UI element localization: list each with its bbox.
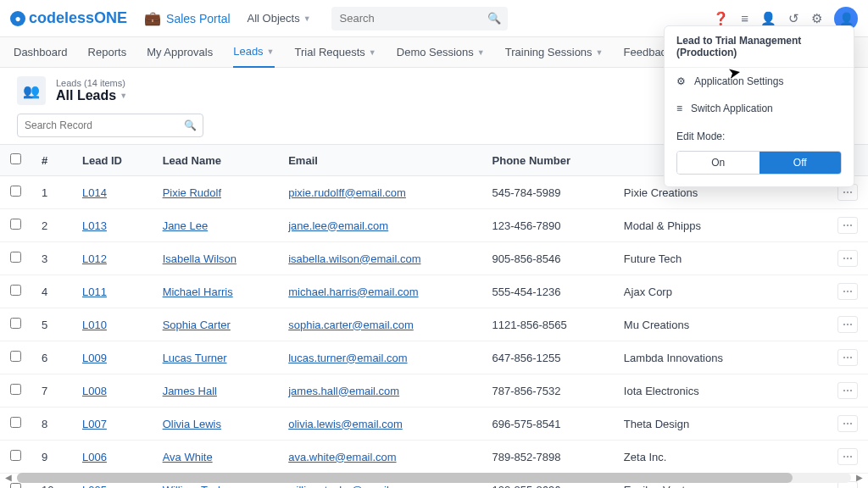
gear-icon[interactable]: ⚙ [811, 11, 822, 26]
gear-icon: ⚙ [676, 75, 686, 87]
scroll-right-icon[interactable]: ▶ [856, 473, 863, 482]
select-all-header[interactable] [0, 145, 31, 176]
list-icon: ≡ [676, 103, 682, 114]
lead-id-link[interactable]: L005 [82, 484, 107, 489]
lead-id-link[interactable]: L008 [82, 385, 107, 397]
database-icon[interactable]: ≡ [741, 11, 748, 25]
company-cell: Theta Design [614, 408, 773, 441]
edit-mode-toggle[interactable]: On Off [676, 151, 842, 175]
lead-id-link[interactable]: L006 [82, 451, 107, 463]
row-menu-button[interactable]: ⋯ [837, 217, 858, 234]
lead-email-link[interactable]: james.hall@email.com [288, 385, 399, 397]
toggle-on[interactable]: On [677, 152, 760, 174]
switch-application-item[interactable]: ≡ Switch Application [665, 95, 854, 122]
lead-name-link[interactable]: Pixie Rudolf [163, 186, 221, 199]
lead-email-link[interactable]: william.taylor@email.com [288, 484, 413, 489]
lead-name-link[interactable]: Olivia Lewis [163, 418, 221, 430]
row-menu-button[interactable]: ⋯ [837, 415, 858, 432]
tab-trial-requests[interactable]: Trial Requests▼ [295, 37, 376, 68]
row-checkbox[interactable] [10, 318, 21, 329]
row-menu-button[interactable]: ⋯ [837, 283, 858, 300]
row-menu-button[interactable]: ⋯ [837, 349, 858, 366]
lead-email-link[interactable]: sophia.carter@email.com [288, 319, 414, 331]
row-checkbox[interactable] [10, 186, 21, 197]
horizontal-scrollbar[interactable]: ◀ ▶ [17, 473, 851, 483]
lead-id-link[interactable]: L009 [82, 352, 107, 364]
lead-id-link[interactable]: L011 [82, 286, 107, 298]
lead-name-link[interactable]: James Hall [163, 385, 217, 397]
toggle-off[interactable]: Off [760, 152, 842, 174]
row-menu-button[interactable]: ⋯ [837, 448, 858, 465]
row-checkbox[interactable] [10, 450, 21, 461]
row-checkbox[interactable] [10, 351, 21, 362]
table-row: 7L008James Halljames.hall@email.com787-8… [0, 374, 868, 408]
user-add-icon[interactable]: 👤 [760, 11, 776, 26]
select-all-checkbox[interactable] [10, 153, 21, 164]
company-cell: Future Tech [614, 242, 773, 275]
lead-id-link[interactable]: L012 [82, 252, 107, 265]
lead-id-link[interactable]: L013 [82, 219, 107, 232]
row-menu-button[interactable]: ⋯ [837, 316, 858, 333]
help-icon[interactable]: ❓ [713, 11, 729, 26]
view-selector[interactable]: All Leads ▼ [56, 88, 127, 103]
scroll-left-icon[interactable]: ◀ [5, 473, 12, 482]
application-settings-item[interactable]: ⚙ Application Settings [665, 68, 854, 95]
lead-name-link[interactable]: Lucas Turner [163, 352, 227, 364]
row-checkbox[interactable] [10, 384, 21, 395]
row-menu-button[interactable]: ⋯ [837, 382, 858, 399]
table-row: 8L007Olivia Lewisolivia.lewis@email.com6… [0, 408, 868, 441]
lead-id-link[interactable]: L010 [82, 319, 107, 331]
lead-email-link[interactable]: lucas.turner@email.com [288, 352, 407, 364]
row-number: 7 [31, 374, 72, 408]
lead-email-link[interactable]: isabella.wilson@email.com [288, 252, 420, 265]
column-header[interactable]: Email [278, 145, 481, 176]
phone-cell: 1121-856-8565 [482, 308, 614, 341]
lead-email-link[interactable]: ava.white@email.com [288, 451, 396, 463]
row-checkbox[interactable] [10, 219, 21, 230]
tab-leads[interactable]: Leads▼ [233, 37, 274, 68]
caret-down-icon: ▼ [120, 92, 127, 100]
record-search-input[interactable] [17, 114, 203, 137]
column-header[interactable]: Lead ID [72, 145, 153, 176]
column-header[interactable]: # [31, 145, 72, 176]
logo[interactable]: ● codelessONE [10, 9, 127, 27]
tab-training-sessions[interactable]: Training Sessions▼ [505, 37, 604, 68]
lead-id-link[interactable]: L014 [82, 186, 107, 199]
row-checkbox[interactable] [10, 483, 21, 488]
column-header[interactable]: Phone Number [482, 145, 614, 176]
logo-icon: ● [10, 11, 25, 26]
lead-email-link[interactable]: jane.lee@email.com [288, 219, 388, 232]
popover-title: Lead to Trial Management (Production) [665, 26, 854, 68]
row-number: 4 [31, 275, 72, 308]
lead-name-link[interactable]: Michael Harris [163, 286, 233, 298]
global-search-input[interactable] [331, 7, 508, 30]
phone-cell: 647-856-1255 [482, 341, 614, 374]
portal-selector[interactable]: 💼 Sales Portal [144, 10, 230, 26]
lead-email-link[interactable]: olivia.lewis@email.com [288, 418, 403, 430]
row-checkbox[interactable] [10, 285, 21, 296]
tab-dashboard[interactable]: Dashboard [14, 37, 68, 68]
history-icon[interactable]: ↺ [788, 11, 799, 26]
lead-email-link[interactable]: pixie.rudolff@email.com [288, 186, 406, 199]
edit-mode-label: Edit Mode: [665, 122, 854, 147]
table-row: 4L011Michael Harrismichael.harris@email.… [0, 275, 868, 308]
tab-my-approvals[interactable]: My Approvals [147, 37, 213, 68]
lead-name-link[interactable]: Ava White [163, 451, 213, 463]
object-selector[interactable]: All Objects ▼ [248, 12, 311, 25]
lead-name-link[interactable]: William Taylor [163, 484, 231, 489]
lead-name-link[interactable]: Sophia Carter [163, 319, 231, 331]
table-container[interactable]: #Lead IDLead NameEmailPhone Number 1L014… [0, 144, 868, 488]
lead-name-link[interactable]: Jane Lee [163, 219, 209, 232]
lead-name-link[interactable]: Isabella Wilson [163, 252, 236, 265]
lead-id-link[interactable]: L007 [82, 418, 107, 430]
row-number: 2 [31, 209, 72, 242]
lead-email-link[interactable]: michael.harris@email.com [288, 286, 418, 298]
column-header[interactable]: Lead Name [153, 145, 279, 176]
tab-demo-sessions[interactable]: Demo Sessions▼ [397, 37, 485, 68]
row-menu-button[interactable]: ⋯ [837, 250, 858, 267]
tab-reports[interactable]: Reports [88, 37, 127, 68]
company-cell: Lambda Innovations [614, 341, 773, 374]
row-checkbox[interactable] [10, 252, 21, 263]
scrollbar-thumb[interactable] [17, 473, 793, 483]
row-checkbox[interactable] [10, 417, 21, 428]
